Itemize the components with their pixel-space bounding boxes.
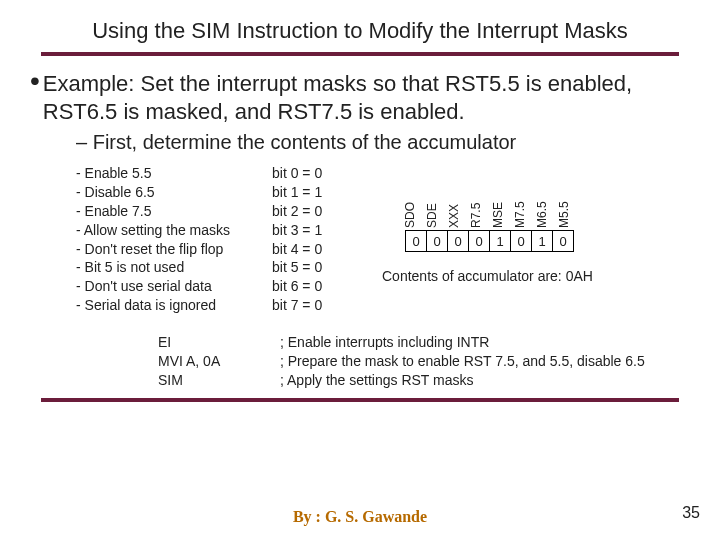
- bit-label: R7.5: [469, 203, 483, 228]
- byline: By : G. S. Gawande: [0, 508, 720, 526]
- bit-cell: 1: [489, 230, 511, 252]
- enable-list: - Enable 5.5 - Disable 6.5 - Enable 7.5 …: [76, 164, 246, 315]
- bit-assign-list: bit 0 = 0 bit 1 = 1 bit 2 = 0 bit 3 = 1 …: [272, 164, 344, 315]
- sub-bullet: – First, determine the contents of the a…: [76, 131, 692, 154]
- code-op: EI: [158, 333, 238, 352]
- list-item: bit 2 = 0: [272, 202, 344, 221]
- code-op: MVI A, 0A: [158, 352, 238, 371]
- code-comment: ; Enable interrupts including INTR: [280, 333, 645, 352]
- bit-cell: 1: [531, 230, 553, 252]
- accumulator-note: Contents of accumulator are: 0AH: [382, 268, 692, 284]
- list-item: - Don't reset the flip flop: [76, 240, 246, 259]
- code-comment: ; Prepare the mask to enable RST 7.5, an…: [280, 352, 645, 371]
- bit-label: SDE: [425, 203, 439, 228]
- bit-cell: 0: [552, 230, 574, 252]
- bit-label: XXX: [447, 204, 461, 228]
- bullet-dot-icon: •: [28, 70, 43, 92]
- bit-cell: 0: [447, 230, 469, 252]
- code-comments: ; Enable interrupts including INTR ; Pre…: [280, 333, 645, 390]
- content-grid: - Enable 5.5 - Disable 6.5 - Enable 7.5 …: [76, 164, 692, 315]
- code-block: EI MVI A, 0A SIM ; Enable interrupts inc…: [158, 333, 692, 390]
- bit-label: MSE: [491, 202, 505, 228]
- bit-label: M5.5: [557, 201, 571, 228]
- page-number: 35: [682, 504, 700, 522]
- list-item: bit 3 = 1: [272, 221, 344, 240]
- list-item: - Enable 5.5: [76, 164, 246, 183]
- list-item: - Disable 6.5: [76, 183, 246, 202]
- list-item: bit 4 = 0: [272, 240, 344, 259]
- list-item: - Serial data is ignored: [76, 296, 246, 315]
- bit-cell: 0: [426, 230, 448, 252]
- bit-label: M7.5: [513, 201, 527, 228]
- bit-label: M6.5: [535, 201, 549, 228]
- bit-cell: 0: [468, 230, 490, 252]
- slide-title: Using the SIM Instruction to Modify the …: [28, 18, 692, 44]
- list-item: bit 6 = 0: [272, 277, 344, 296]
- bit-table: 0 0 0 0 1 0 1 0: [406, 230, 692, 252]
- bit-cell: 0: [405, 230, 427, 252]
- bit-labels: SDO SDE XXX R7.5 MSE M7.5 M6.5 M5.5: [410, 164, 692, 228]
- code-op: SIM: [158, 371, 238, 390]
- list-item: bit 7 = 0: [272, 296, 344, 315]
- list-item: - Bit 5 is not used: [76, 258, 246, 277]
- main-bullet: • Example: Set the interrupt masks so th…: [28, 70, 692, 125]
- divider-bottom: [41, 398, 678, 402]
- list-item: - Enable 7.5: [76, 202, 246, 221]
- code-ops: EI MVI A, 0A SIM: [158, 333, 238, 390]
- list-item: - Allow setting the masks: [76, 221, 246, 240]
- list-item: bit 1 = 1: [272, 183, 344, 202]
- bit-label: SDO: [403, 202, 417, 228]
- list-item: - Don't use serial data: [76, 277, 246, 296]
- bullet-text: Example: Set the interrupt masks so that…: [43, 70, 692, 125]
- bit-cell: 0: [510, 230, 532, 252]
- list-item: bit 5 = 0: [272, 258, 344, 277]
- divider-top: [41, 52, 678, 56]
- code-comment: ; Apply the settings RST masks: [280, 371, 645, 390]
- list-item: bit 0 = 0: [272, 164, 344, 183]
